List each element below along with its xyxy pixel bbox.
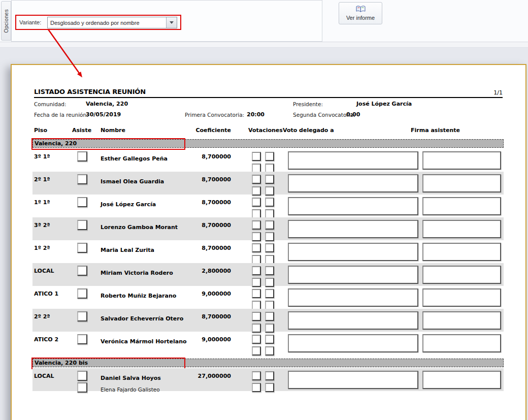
group-band: Valencia, 220 bis — [32, 359, 504, 367]
votacion-checkbox — [265, 383, 274, 392]
firma-asistente-box — [422, 371, 501, 389]
presidente-value: José López García — [356, 101, 412, 107]
asiste-checkbox-group — [77, 243, 87, 254]
row-piso: ATICO 1 — [34, 290, 58, 297]
ver-informe-label: Ver informe — [346, 15, 375, 21]
row-piso: 3º 1ª — [34, 153, 50, 160]
votacion-checkbox — [265, 175, 274, 184]
asiste-checkbox-group — [77, 197, 87, 209]
tab-opciones-label: Opciones — [3, 9, 9, 33]
votacion-checkbox — [252, 346, 261, 356]
row-nombres: José López García — [101, 199, 156, 210]
asiste-checkbox — [77, 174, 87, 184]
row-piso: LOCAL — [34, 373, 54, 379]
row-coeficiente: 27,000000 — [180, 373, 231, 379]
row-nombres: Maria Leal Zurita — [101, 244, 154, 256]
table-row: ATICO 2 Verónica Mármol Hortelano 9,0000… — [32, 332, 504, 354]
votacion-checkbox — [265, 312, 274, 321]
row-coeficiente: 8,700000 — [180, 153, 231, 160]
voto-delegado-box — [288, 220, 418, 238]
asiste-checkbox — [77, 334, 87, 344]
row-nombres: Verónica Mármol Hortelano — [101, 336, 187, 347]
votacion-checkbox — [265, 335, 274, 344]
row-nombres: Esther Gallegos Peña — [101, 153, 168, 165]
table-row: 2º 1ª Ismael Olea Guardia 8,700000 — [32, 172, 504, 195]
row-coeficiente: 9,000000 — [180, 290, 231, 297]
attendee-name: Daniel Salva Hoyos — [101, 372, 161, 384]
votacion-checkbox — [252, 243, 261, 252]
row-coeficiente: 8,700000 — [180, 245, 231, 251]
column-header-piso: Piso — [34, 127, 47, 134]
firma-asistente-box — [422, 288, 501, 307]
attendee-name: Maria Leal Zurita — [101, 244, 154, 256]
row-piso: LOCAL — [34, 268, 54, 274]
firma-asistente-box — [422, 220, 501, 238]
votacion-checkbox — [252, 266, 261, 275]
attendee-name: Verónica Mármol Hortelano — [101, 336, 187, 347]
dropdown-arrow-button[interactable] — [166, 17, 177, 28]
asiste-checkbox — [77, 266, 87, 276]
segunda-convocatoria-value: 0:00 — [346, 111, 360, 118]
asiste-checkbox-group — [77, 266, 87, 277]
row-piso: 2º 1ª — [34, 176, 50, 183]
title-rule — [34, 97, 503, 98]
ribbon-separator — [0, 42, 528, 48]
table-row: 2º 2ª Salvador Echeverría Otero 8,700000 — [32, 309, 504, 332]
report-title: LISTADO ASISTENCIA REUNIÓN — [34, 88, 146, 95]
votacion-checkbox — [265, 243, 274, 252]
fecha-label: Fecha de la reunión: — [34, 112, 88, 118]
asiste-checkbox-group — [77, 151, 87, 163]
row-nombres: Miriam Victoria Rodero — [101, 267, 173, 279]
voto-delegado-box — [288, 174, 418, 192]
primera-convocatoria-value: 20:00 — [247, 111, 265, 118]
table-row: LOCAL Daniel Salva HoyosElena Fajardo Ga… — [32, 368, 504, 391]
votacion-checkbox — [252, 198, 261, 207]
primera-convocatoria-label: Primera Convocatoria: — [185, 112, 244, 118]
voto-delegado-box — [288, 288, 418, 307]
column-header-nombre: Nombre — [101, 127, 125, 134]
votacion-checkbox — [265, 220, 274, 230]
attendee-name: Salvador Echeverría Otero — [101, 313, 183, 325]
row-piso: ATICO 2 — [34, 336, 58, 343]
votacion-checkbox — [265, 152, 274, 161]
table-row: LOCAL Miriam Victoria Rodero 2,800000 — [32, 263, 504, 286]
variante-selected-value: Desglosado y ordenado por nombre — [48, 20, 166, 26]
asiste-checkbox — [77, 382, 87, 393]
votacion-checkbox — [265, 371, 274, 380]
voto-delegado-box — [288, 311, 418, 330]
asiste-checkbox-group — [77, 288, 87, 300]
toolbar-ribbon: Opciones Variante: Desglosado y ordenado… — [0, 0, 528, 42]
attendee-name: Miriam Victoria Rodero — [101, 267, 173, 279]
variante-dropdown[interactable]: Desglosado y ordenado por nombre — [47, 17, 177, 28]
row-nombres: Lorenzo Gamboa Morant — [101, 221, 178, 233]
row-piso: 1º 1ª — [34, 199, 50, 206]
firma-asistente-box — [422, 197, 501, 215]
asiste-checkbox — [77, 371, 87, 381]
ver-informe-button[interactable]: Ver informe — [339, 2, 382, 24]
report-body: Valencia, 220 3º 1ª Esther Gallegos Peña… — [32, 139, 504, 391]
asiste-checkbox — [77, 197, 87, 207]
row-nombres: Daniel Salva HoyosElena Fajardo Galisteo — [101, 372, 161, 396]
voto-delegado-box — [288, 197, 418, 215]
votacion-checkbox — [252, 383, 261, 392]
table-row: 3º 1ª Esther Gallegos Peña 8,700000 — [32, 149, 504, 172]
voto-delegado-box — [288, 266, 418, 284]
comunidad-label: Comunidad: — [34, 101, 67, 107]
row-nombres: Salvador Echeverría Otero — [101, 313, 183, 325]
attendee-name: Ismael Olea Guardia — [101, 176, 164, 187]
group-band: Valencia, 220 — [32, 139, 504, 148]
row-nombres: Ismael Olea Guardia — [101, 176, 164, 187]
attendee-name: Roberto Muñiz Bejarano — [101, 290, 176, 302]
votacion-checkbox — [252, 312, 261, 321]
firma-asistente-box — [422, 266, 501, 284]
votacion-checkbox — [252, 289, 261, 298]
row-coeficiente: 9,000000 — [180, 336, 231, 343]
asiste-checkbox — [77, 288, 87, 299]
table-row: ATICO 1 Roberto Muñiz Bejarano 9,000000 — [32, 286, 504, 309]
tab-opciones[interactable]: Opciones — [1, 1, 11, 41]
asiste-checkbox-group — [77, 220, 87, 232]
row-piso: 2º 2ª — [34, 313, 50, 320]
row-nombres: Roberto Muñiz Bejarano — [101, 290, 176, 302]
chevron-down-icon — [170, 21, 174, 24]
group-band-label: Valencia, 220 — [35, 140, 77, 147]
